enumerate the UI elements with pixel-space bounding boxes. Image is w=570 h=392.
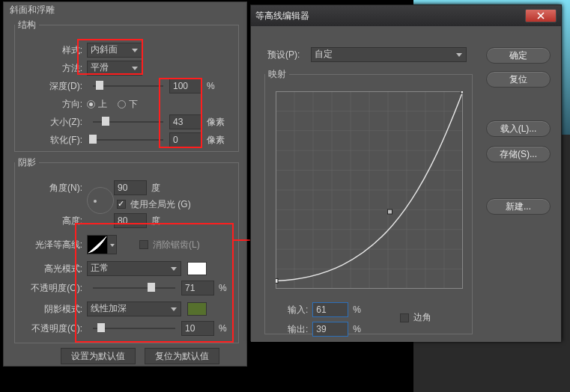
technique-select[interactable]: 平滑	[87, 61, 142, 76]
dialog-title-text: 等高线编辑器	[255, 10, 525, 22]
highlight-opacity-slider[interactable]	[93, 286, 175, 290]
antialias-label: 消除锯齿(L)	[153, 239, 200, 251]
preset-select[interactable]: 自定	[311, 47, 467, 62]
highlight-opacity-label: 不透明度(O):	[15, 282, 87, 295]
altitude-label: 高度:	[15, 215, 87, 227]
depth-unit: %	[207, 81, 215, 91]
gloss-contour-dropdown[interactable]	[108, 235, 117, 254]
svg-rect-24	[388, 209, 392, 214]
bevel-emboss-panel: 斜面和浮雕 结构 样式: 内斜面 方法: 平滑 深度(D): 100 % 方向:…	[3, 1, 247, 367]
shadow-mode-select[interactable]: 线性加深	[87, 301, 181, 316]
output-unit: %	[353, 324, 361, 334]
corner-checkbox[interactable]	[400, 313, 409, 322]
direction-label: 方向:	[15, 98, 87, 111]
angle-input[interactable]: 90	[114, 180, 147, 195]
make-default-button[interactable]: 设置为默认值	[61, 348, 136, 364]
save-button[interactable]: 存储(S)...	[486, 146, 551, 162]
depth-label: 深度(D):	[15, 80, 87, 93]
curve-canvas[interactable]	[276, 91, 463, 289]
direction-up-label: 上	[98, 98, 107, 111]
direction-down-radio[interactable]	[118, 100, 126, 108]
altitude-unit: 度	[151, 215, 160, 227]
angle-dial[interactable]	[87, 187, 114, 214]
shadow-opacity-slider[interactable]	[93, 326, 175, 331]
depth-input[interactable]: 100	[169, 79, 202, 94]
corner-label: 边角	[413, 311, 431, 324]
close-icon	[537, 12, 545, 19]
reset-default-button[interactable]: 复位为默认值	[145, 348, 219, 364]
shadow-mode-label: 阴影模式:	[15, 303, 87, 316]
depth-slider[interactable]	[93, 84, 163, 88]
style-select[interactable]: 内斜面	[87, 43, 142, 58]
ok-button[interactable]: 确定	[486, 47, 551, 64]
highlight-opacity-unit: %	[219, 283, 227, 293]
shading-legend: 阴影	[15, 156, 39, 169]
gloss-contour-thumb[interactable]	[87, 235, 108, 254]
soften-label: 软化(F):	[15, 134, 87, 147]
svg-rect-25	[461, 91, 463, 94]
antialias-checkbox[interactable]	[139, 240, 148, 249]
direction-up-radio[interactable]	[87, 100, 95, 108]
angle-unit: 度	[151, 182, 160, 195]
reset-button[interactable]: 复位	[486, 71, 551, 88]
highlight-opacity-input[interactable]: 71	[181, 281, 214, 295]
input-label: 输入:	[288, 304, 308, 316]
mapping-legend: 映射	[265, 68, 289, 81]
highlight-mode-select[interactable]: 正常	[87, 261, 181, 276]
size-label: 大小(Z):	[15, 116, 87, 129]
shadow-opacity-label: 不透明度(C):	[15, 322, 87, 335]
load-button[interactable]: 载入(L)...	[486, 120, 551, 137]
shading-group: 阴影 角度(N): 90 度 使用全局光 (G) 高度: 80 度 光泽等高线:	[14, 156, 239, 343]
contour-editor-dialog: 等高线编辑器 预设(P): 自定 映射 输入: 61 % 输出: 39 %	[250, 4, 562, 341]
style-label: 样式:	[15, 44, 87, 57]
gloss-contour-label: 光泽等高线:	[15, 239, 87, 251]
preset-label: 预设(P):	[267, 49, 300, 61]
input-value[interactable]: 61	[312, 302, 348, 317]
close-button[interactable]	[525, 9, 557, 22]
structure-group: 结构 样式: 内斜面 方法: 平滑 深度(D): 100 % 方向: 上 下 大…	[14, 19, 239, 152]
input-unit: %	[353, 304, 361, 315]
new-button[interactable]: 新建...	[486, 198, 551, 215]
soften-unit: 像素	[207, 134, 225, 147]
shadow-color-swatch[interactable]	[187, 302, 207, 316]
global-light-label: 使用全局光 (G)	[130, 198, 191, 211]
soften-input[interactable]: 0	[169, 132, 202, 147]
svg-rect-23	[276, 278, 278, 283]
output-value[interactable]: 39	[312, 322, 348, 337]
panel-title: 斜面和浮雕	[10, 4, 55, 16]
structure-legend: 结构	[15, 19, 39, 31]
soften-slider[interactable]	[93, 138, 163, 142]
altitude-input[interactable]: 80	[114, 213, 147, 228]
size-slider[interactable]	[93, 120, 163, 124]
dialog-titlebar[interactable]: 等高线编辑器	[251, 5, 561, 26]
size-unit: 像素	[207, 116, 225, 129]
size-input[interactable]: 43	[169, 114, 202, 129]
direction-down-label: 下	[129, 98, 138, 111]
highlight-color-swatch[interactable]	[187, 262, 207, 275]
shadow-opacity-input[interactable]: 10	[181, 321, 214, 336]
highlight-mode-label: 高光模式:	[15, 263, 87, 275]
mapping-group: 映射 输入: 61 % 输出: 39 % 边角	[264, 68, 473, 334]
technique-label: 方法:	[15, 62, 87, 75]
angle-label: 角度(N):	[15, 182, 87, 195]
shadow-opacity-unit: %	[219, 323, 227, 334]
global-light-checkbox[interactable]	[117, 200, 126, 209]
output-label: 输出:	[288, 323, 308, 336]
